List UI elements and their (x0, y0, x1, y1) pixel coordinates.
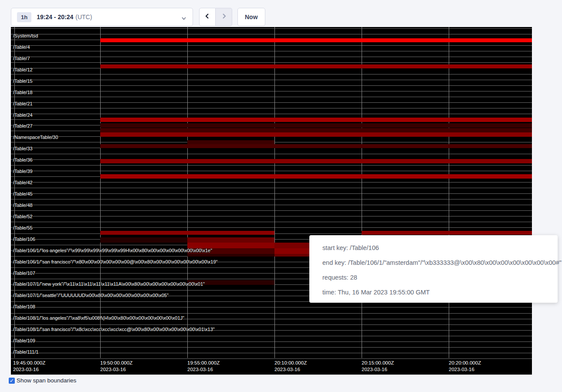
span-boundary-line (11, 182, 532, 182)
chevron-left-icon (204, 13, 210, 21)
key-span-label: /Table/48 (13, 203, 33, 208)
span-boundary-line (11, 28, 532, 29)
span-boundary-line (11, 341, 532, 342)
heat-band[interactable] (100, 38, 532, 42)
tooltip-time: time: Thu, 16 Mar 2023 19:55:00 GMT (322, 285, 558, 300)
span-boundary-line (11, 188, 532, 188)
span-boundary-line (11, 62, 532, 63)
span-boundary-line (11, 171, 532, 171)
key-span-label: /Table/107 (13, 270, 35, 276)
heat-band[interactable] (100, 123, 532, 128)
key-span-label: /Table/45 (13, 191, 33, 196)
tooltip-start-key: start key: /Table/106 (322, 240, 558, 255)
key-span-label: /NamespaceTable/30 (13, 135, 58, 140)
heat-band[interactable] (187, 237, 274, 243)
heat-band[interactable] (100, 159, 532, 163)
heat-band[interactable] (187, 254, 274, 257)
span-boundary-line (11, 108, 532, 108)
span-boundary-line (11, 222, 532, 222)
time-gridline (100, 27, 101, 358)
span-boundary-line (11, 227, 532, 228)
heat-band[interactable] (100, 237, 187, 243)
time-axis-tick-label: 19:55:00.000Z2023-03-16 (187, 360, 220, 373)
time-axis-tick-label: 20:10:00.000Z2023-03-16 (274, 360, 307, 373)
toolbar: 1h 19:24 - 20:24 (UTC) Now (0, 0, 562, 27)
key-span-label: /Table/27 (13, 123, 33, 128)
key-span-label: /Table/107/1/"new york"/"\x11\x11\x11\x1… (13, 281, 205, 287)
span-boundary-line (11, 199, 532, 199)
span-boundary-line (11, 85, 532, 86)
span-boundary-line (11, 165, 532, 166)
key-span-label: /Table/24 (13, 112, 33, 118)
time-range-selector[interactable]: 1h 19:24 - 20:24 (UTC) (11, 8, 193, 26)
show-span-boundaries-checkbox[interactable]: ✓ (9, 378, 15, 384)
span-boundary-line (11, 97, 532, 97)
key-span-label: /Table/52 (13, 214, 33, 219)
key-span-label: /Table/12 (13, 67, 33, 72)
heat-band[interactable] (100, 144, 532, 148)
heat-band[interactable] (362, 231, 532, 235)
heat-band[interactable] (100, 231, 274, 235)
span-boundary-line (11, 205, 532, 205)
span-boundary-line (11, 45, 532, 46)
key-span-label: /Table/18 (13, 90, 33, 95)
key-span-label: /System/tsd (13, 33, 38, 38)
span-boundary-line (11, 313, 532, 314)
key-span-label: /Table/33 (13, 146, 33, 151)
heat-band[interactable] (187, 140, 274, 144)
chevron-down-icon (181, 15, 186, 20)
key-span-label: /Table/108 (13, 304, 35, 309)
key-span-label: /Table/15 (13, 78, 33, 84)
heat-band[interactable] (100, 132, 532, 137)
time-axis-tick-label: 19:50:00.000Z2023-03-16 (100, 360, 132, 373)
span-boundary-line (11, 216, 532, 216)
span-boundary-line (11, 102, 532, 103)
key-span-label: /Table/4 (13, 44, 30, 50)
prev-interval-button[interactable] (199, 8, 216, 26)
time-axis-tick-label: 19:45:00.000Z2023-03-16 (13, 360, 45, 373)
show-span-boundaries-label: Show span boundaries (17, 377, 76, 384)
key-span-label: /Table/108/1/"san francisco"/"\x8c\xcc\x… (13, 327, 215, 332)
key-span-label: /Table/108/1/"los angeles"/"\xa8\xf5\u00… (13, 315, 184, 321)
key-span-label: /Table/39 (13, 169, 33, 174)
timezone-label: (UTC) (75, 14, 92, 20)
key-span-label: /Table/107/1/"seattle"/"UUUUUUD\x00\x80\… (13, 293, 169, 298)
time-axis-tick-label: 20:15:00.000Z2023-03-16 (362, 360, 394, 373)
tooltip-end-key: end key: /Table/106/1/"amsterdam"/"\xb33… (322, 255, 558, 270)
chevron-right-icon (221, 13, 227, 21)
span-boundary-line (11, 114, 532, 114)
time-preset-badge: 1h (17, 12, 31, 22)
key-span-label: /Table/42 (13, 180, 33, 185)
span-boundary-line (11, 358, 532, 359)
now-button[interactable]: Now (237, 8, 265, 26)
key-span-label: /Table/21 (13, 101, 33, 106)
heat-band[interactable] (100, 64, 532, 68)
span-boundary-line (11, 91, 532, 91)
span-boundary-line (11, 193, 532, 194)
time-nav-group (199, 8, 232, 26)
heat-band[interactable] (100, 118, 532, 122)
span-boundary-line (11, 336, 532, 336)
span-boundary-line (11, 347, 532, 348)
key-span-label: /Table/106 (13, 237, 35, 242)
time-gridline (449, 27, 449, 358)
key-visualizer-canvas[interactable]: /System/tsd/Table/4/Table/7/Table/12/Tab… (11, 27, 532, 375)
span-boundary-line (11, 34, 532, 34)
span-boundary-line (11, 154, 532, 154)
key-span-label: /Table/106/1/"los angeles"/"\x99\x99\x99… (13, 248, 212, 253)
next-interval-button[interactable] (216, 8, 232, 26)
time-range-label: 19:24 - 20:24 (37, 14, 73, 20)
span-boundary-line (11, 307, 532, 308)
span-boundary-line (11, 57, 532, 57)
heat-band[interactable] (100, 128, 532, 132)
span-boundary-line (11, 353, 532, 353)
footer-controls: ✓ Show span boundaries (9, 377, 76, 384)
key-span-label: /Table/36 (13, 157, 33, 162)
key-span-label: /Table/106/1/"san francisco"/"\x80\x00\x… (13, 259, 218, 264)
span-boundary-line (11, 324, 532, 325)
tooltip-requests: requests: 28 (322, 270, 558, 285)
time-gridline (274, 27, 275, 358)
heat-band[interactable] (100, 174, 532, 179)
time-gridline (187, 27, 188, 358)
span-boundary-line (11, 210, 532, 211)
